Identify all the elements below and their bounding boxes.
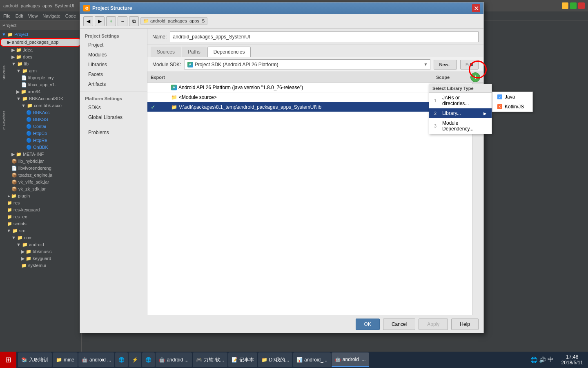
taskbar-item-mine[interactable]: 📁 mine (53, 352, 78, 367)
tree-item-res[interactable]: 📁 res (0, 200, 81, 206)
taskbar-item-ie[interactable]: 🌐 (115, 352, 128, 367)
tree-item-bbkaccountsdk[interactable]: ▼ 📁 BBKAccountSDK (0, 95, 81, 102)
nav-item-facets[interactable]: Facets (80, 70, 147, 79)
tree-item-systemui[interactable]: 📁 systemui (0, 262, 81, 269)
nav-item-libraries[interactable]: Libraries (80, 60, 147, 70)
tree-item-res-keyguard[interactable]: 📁 res-keyguard (0, 206, 81, 213)
dialog-nav: Project Settings Project Modules Librari… (80, 29, 147, 315)
tree-item-com-bbk[interactable]: ▼ 📁 com.bbk.acco (0, 102, 81, 109)
nav-item-global-libraries[interactable]: Global Libraries (80, 112, 147, 122)
submenu-item-java[interactable]: J Java (492, 92, 532, 102)
help-btn[interactable]: Help (451, 319, 479, 330)
tree-item-bbkacc[interactable]: 🔵 BBKAcc (0, 109, 81, 116)
minimize-btn[interactable] (562, 2, 568, 9)
sdk-edit-btn[interactable]: Edit (460, 60, 479, 70)
tab-paths[interactable]: Paths (182, 47, 207, 57)
tree-item-scripts[interactable]: 📁 scripts (0, 220, 81, 227)
tree-item-idea[interactable]: ▶ 📁 .idea (0, 47, 81, 54)
nav-item-problems[interactable]: Problems (80, 128, 147, 137)
taskbar-item-game[interactable]: 🎮 力软-软... (193, 352, 227, 367)
nav-item-sdks[interactable]: SDKs (80, 103, 147, 112)
deps-row-sdk[interactable]: A Android API 26 Platform (java version … (147, 83, 472, 92)
tree-item-arm64[interactable]: ▶ 📁 arm64 (0, 88, 81, 95)
taskbar-item-studio[interactable]: 🤖 android_... (332, 352, 369, 367)
toolbar-add-btn[interactable]: + (106, 16, 116, 26)
menu-view[interactable]: View (28, 13, 38, 18)
deps-row-lib[interactable]: ✓ 📁 V:\sdk\packages\8.1_temp\android_pac… (147, 102, 472, 112)
side-tab-favorites[interactable]: 2: Favorites (1, 108, 7, 132)
tree-item-android[interactable]: ▼ 📁 android (0, 241, 81, 248)
deps-add-btn[interactable]: + (470, 72, 480, 82)
tree-item-project[interactable]: ▼ 📁 Project (0, 31, 81, 38)
tree-item-tpadsz[interactable]: 📦 tpadsz_engine.ja (0, 172, 81, 179)
taskbar-item-android1[interactable]: 🤖 android ... (78, 352, 114, 367)
tree-item-httpco[interactable]: 🔵 HttpCo (0, 130, 81, 137)
maximize-btn[interactable] (570, 2, 577, 9)
tree-item-app-highlighted[interactable]: ▶ android_packages_app (0, 38, 81, 47)
tree-item-httpre[interactable]: 🔵 HttpRe (0, 137, 81, 144)
dialog-close-btn[interactable]: ✕ (472, 4, 480, 12)
ok-btn[interactable]: OK (356, 319, 380, 330)
tree-item-lib[interactable]: ▼ 📁 lib (0, 61, 81, 67)
submenu-item-kotlin[interactable]: K Kotlin/JS (492, 102, 532, 112)
tree-item-com[interactable]: ▼ 📁 com (0, 234, 81, 241)
tree-item-plugin[interactable]: ▶ 📁 plugin (0, 193, 81, 200)
tree-item-vkvlife[interactable]: 📦 vk_vlife_sdk.jar (0, 179, 81, 186)
tree-item-src[interactable]: ▼ 📁 src (0, 227, 81, 234)
cancel-btn[interactable]: Cancel (383, 319, 415, 330)
tree-items[interactable]: ▼ 📁 Project ▶ android_packages_app ▶ 📁 .… (0, 30, 81, 352)
menu-file[interactable]: File (3, 13, 11, 18)
menu-navigate[interactable]: Navigate (42, 13, 60, 18)
tree-item-libvivo[interactable]: 📄 libvivorendereng (0, 165, 81, 172)
taskbar-item-notepad[interactable]: 📝 记事本 (228, 352, 257, 367)
toolbar-remove-btn[interactable]: − (118, 16, 127, 26)
tray-ime-icon[interactable]: 中 (548, 356, 553, 364)
taskbar-item-explorer[interactable]: 📁 D:\我的... (258, 352, 292, 367)
apply-btn[interactable]: Apply (419, 319, 448, 330)
sdk-select[interactable]: A Project SDK (Android API 26 Platform) … (185, 59, 431, 70)
taskbar-item-ppt[interactable]: 📊 android_... (293, 352, 331, 367)
toolbar-forward-btn[interactable]: ▶ (95, 16, 105, 26)
dropdown-item-module-dep[interactable]: 3 Module Dependency... (429, 118, 492, 134)
taskbar-item-android2[interactable]: 🤖 android ... (156, 352, 192, 367)
tree-item-lib-hybrid[interactable]: 📦 lib_hybrid.jar (0, 158, 81, 165)
tree-item-keyguard[interactable]: ▶ 📁 keyguard (0, 255, 81, 262)
deps-row-module-source[interactable]: 📁 <Module source> (147, 92, 472, 102)
tree-item-docs[interactable]: ▶ 📁 docs (0, 54, 81, 61)
nav-item-modules[interactable]: Modules (80, 50, 147, 60)
nav-item-artifacts[interactable]: Artifacts (80, 79, 147, 89)
taskbar-clock[interactable]: 17:48 2018/5/11 (557, 354, 588, 366)
tray-network-icon[interactable]: 🌐 (530, 357, 537, 363)
sdk-new-btn[interactable]: New... (434, 60, 457, 70)
dropdown-num-1: 1 (434, 98, 440, 103)
tree-item-contai[interactable]: 🔵 Contai (0, 123, 81, 130)
tree-item-arm[interactable]: ▼ 📁 arm (0, 67, 81, 74)
ide-close-btn[interactable] (578, 2, 585, 9)
menu-edit[interactable]: Edit (16, 13, 23, 18)
tree-item-bbkmusic[interactable]: ▶ 📁 bbkmusic (0, 248, 81, 255)
tree-item-libpurple[interactable]: 📄 libpurple_cry (0, 74, 81, 81)
tree-item-onbbk[interactable]: 🔵 OnBBK (0, 144, 81, 151)
check-cell-3[interactable]: ✓ (151, 104, 171, 110)
name-input[interactable] (170, 31, 479, 42)
taskbar-item-filezilla[interactable]: ⚡ (129, 352, 141, 367)
tree-item-bbkss[interactable]: 🔵 BBKSS (0, 116, 81, 123)
side-tab-structure[interactable]: Structure (1, 63, 7, 83)
toolbar-copy-btn[interactable]: ⧉ (129, 16, 139, 26)
tree-item-libux[interactable]: 📄 libux_app_v1. (0, 81, 81, 88)
tab-sources[interactable]: Sources (151, 47, 181, 57)
menu-code[interactable]: Code (65, 13, 76, 18)
dropdown-item-library[interactable]: 2 Library... ▶ (429, 108, 492, 118)
tray-volume-icon[interactable]: 🔊 (539, 357, 546, 363)
toolbar-back-btn[interactable]: ◀ (83, 16, 93, 26)
tree-item-meta-inf[interactable]: ▶ 📁 META-INF (0, 151, 81, 158)
nav-item-project[interactable]: Project (80, 40, 147, 50)
taskbar-item-browser2[interactable]: 🌐 (142, 352, 155, 367)
tree-item-vkzk[interactable]: 📦 vk_zk_sdk.jar (0, 186, 81, 193)
dropdown-item-jars[interactable]: 1 JARs or directories... (429, 93, 492, 108)
tab-dependencies[interactable]: Dependencies (207, 47, 251, 57)
module-breadcrumb-item[interactable]: 📁 android_packages_apps_S (140, 17, 207, 25)
tree-item-res-ex[interactable]: 📁 res_ex (0, 213, 81, 220)
taskbar-start-btn[interactable]: ⊞ (0, 352, 16, 368)
taskbar-item-training[interactable]: 📚 入职培训 (18, 352, 52, 367)
